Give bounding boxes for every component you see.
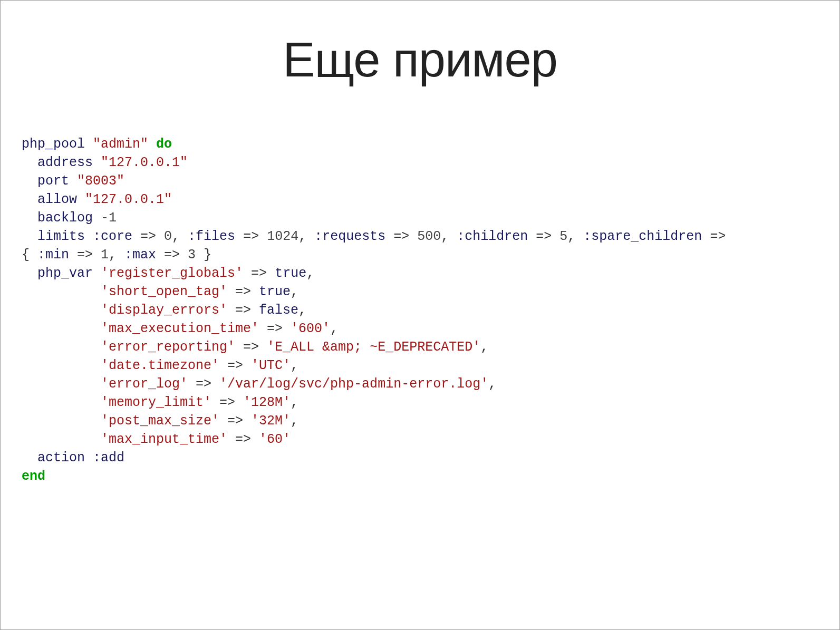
arrow: => xyxy=(243,266,275,281)
arrow: => xyxy=(132,229,164,244)
comma-trail: , xyxy=(291,395,298,410)
fn-backlog: backlog xyxy=(37,210,93,226)
comma: , xyxy=(172,229,188,244)
brace-close: } xyxy=(196,247,211,263)
fn-php-pool: php_pool xyxy=(22,137,85,152)
val-error-reporting: 'E_ALL &amp; ~E_DEPRECATED' xyxy=(267,340,480,355)
fn-address: address xyxy=(37,155,93,170)
kw-do: do xyxy=(156,137,172,152)
arrow: => xyxy=(69,247,101,263)
str-error-reporting: 'error_reporting' xyxy=(101,340,235,355)
val-true1: true xyxy=(275,266,306,281)
sym-children: :children xyxy=(457,229,528,244)
comma-trail: , xyxy=(298,303,306,318)
comma-trail: , xyxy=(488,376,496,392)
arrow: => xyxy=(385,229,417,244)
arrow: => xyxy=(528,229,559,244)
arrow: => xyxy=(188,376,219,392)
val-memory-limit: '128M' xyxy=(243,395,291,410)
str-display-errors: 'display_errors' xyxy=(101,303,227,318)
val-requests: 500 xyxy=(417,229,441,244)
str-max-exec: 'max_execution_time' xyxy=(101,321,259,336)
val-address: "127.0.0.1" xyxy=(101,155,188,170)
arrow: => xyxy=(235,340,267,355)
str-register-globals: 'register_globals' xyxy=(101,266,243,281)
val-max-exec: '600' xyxy=(291,321,330,336)
str-max-input-time: 'max_input_time' xyxy=(101,432,227,447)
arrow: => xyxy=(259,321,291,336)
val-error-log: '/var/log/svc/php-admin-error.log' xyxy=(219,376,488,392)
sym-requests: :requests xyxy=(314,229,385,244)
arrow: => xyxy=(702,229,733,244)
val-date-tz: 'UTC' xyxy=(251,358,291,373)
arrow: => xyxy=(227,303,259,318)
val-min: 1 xyxy=(101,247,109,263)
val-allow: "127.0.0.1" xyxy=(85,192,172,207)
comma-trail: , xyxy=(291,413,298,429)
val-files: 1024 xyxy=(267,229,298,244)
arrow: => xyxy=(219,358,251,373)
arrow: => xyxy=(211,395,243,410)
sym-add: :add xyxy=(93,450,124,466)
val-core: 0 xyxy=(164,229,172,244)
val-true2: true xyxy=(259,284,291,299)
comma: , xyxy=(441,229,457,244)
str-memory-limit: 'memory_limit' xyxy=(101,395,211,410)
sym-core: :core xyxy=(93,229,132,244)
str-date-tz: 'date.timezone' xyxy=(101,358,219,373)
comma: , xyxy=(109,247,124,263)
val-max: 3 xyxy=(188,247,196,263)
sym-max: :max xyxy=(124,247,156,263)
val-port: "8003" xyxy=(77,173,124,189)
fn-port: port xyxy=(37,173,69,189)
arrow: => xyxy=(227,432,259,447)
fn-php-var: php_var xyxy=(37,266,93,281)
comma-trail: , xyxy=(306,266,314,281)
comma: , xyxy=(298,229,314,244)
kw-end: end xyxy=(22,469,45,484)
sym-min: :min xyxy=(37,247,69,263)
code-block: php_pool "admin" do address "127.0.0.1" … xyxy=(22,135,818,486)
val-backlog: -1 xyxy=(101,210,117,226)
val-false: false xyxy=(259,303,298,318)
comma: , xyxy=(567,229,583,244)
slide-container: Еще пример php_pool "admin" do address "… xyxy=(0,0,840,630)
val-post-max-size: '32M' xyxy=(251,413,291,429)
comma-trail: , xyxy=(330,321,338,336)
arrow: => xyxy=(219,413,251,429)
comma-trail: , xyxy=(480,340,488,355)
slide-title: Еще пример xyxy=(22,32,818,88)
sym-spare-children: :spare_children xyxy=(583,229,702,244)
arrow: => xyxy=(227,284,259,299)
fn-limits: limits xyxy=(37,229,85,244)
sym-files: :files xyxy=(188,229,235,244)
str-short-open-tag: 'short_open_tag' xyxy=(101,284,227,299)
val-max-input-time: '60' xyxy=(259,432,291,447)
arrow: => xyxy=(235,229,267,244)
comma-trail: , xyxy=(291,358,298,373)
fn-action: action xyxy=(37,450,85,466)
brace-open: { xyxy=(22,247,37,263)
str-post-max-size: 'post_max_size' xyxy=(101,413,219,429)
pool-name: "admin" xyxy=(93,137,148,152)
str-error-log: 'error_log' xyxy=(101,376,188,392)
comma-trail: , xyxy=(291,284,298,299)
fn-allow: allow xyxy=(37,192,77,207)
val-children: 5 xyxy=(559,229,567,244)
arrow: => xyxy=(156,247,188,263)
